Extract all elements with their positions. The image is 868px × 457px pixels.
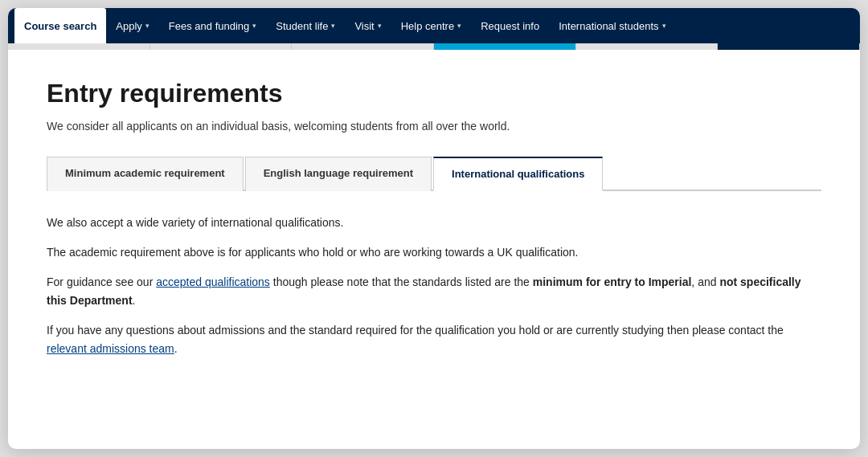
- main-content: Entry requirements We consider all appli…: [8, 50, 860, 402]
- progress-seg-3: [292, 43, 434, 50]
- progress-strip: [8, 43, 860, 50]
- para-3: For guidance see our accepted qualificat…: [47, 273, 821, 310]
- chevron-icon: ▾: [145, 22, 149, 30]
- chevron-icon: ▾: [378, 22, 382, 30]
- progress-seg-4: [434, 43, 576, 50]
- progress-seg-6: [718, 43, 860, 50]
- page-subtitle: We consider all applicants on an individ…: [47, 120, 821, 133]
- tab-international-qualifications[interactable]: International qualifications: [433, 157, 603, 191]
- para-4: If you have any questions about admissio…: [47, 321, 821, 358]
- nav-visit[interactable]: Visit ▾: [345, 8, 391, 43]
- chevron-icon: ▾: [662, 22, 666, 30]
- nav-student-life[interactable]: Student life ▾: [266, 8, 345, 43]
- nav-help-centre[interactable]: Help centre ▾: [391, 8, 471, 43]
- body-content: We also accept a wide variety of interna…: [47, 214, 821, 359]
- nav-apply[interactable]: Apply ▾: [106, 8, 159, 43]
- nav-request-info[interactable]: Request info: [471, 8, 549, 43]
- progress-seg-2: [150, 43, 293, 50]
- window: Course search Apply ▾ Fees and funding ▾…: [8, 8, 860, 449]
- chevron-icon: ▾: [457, 22, 461, 30]
- progress-seg-5: [576, 43, 719, 50]
- nav-fees-funding[interactable]: Fees and funding ▾: [159, 8, 266, 43]
- accepted-qualifications-link[interactable]: accepted qualifications: [156, 275, 270, 288]
- tab-minimum-academic[interactable]: Minimum academic requirement: [47, 157, 244, 191]
- navbar: Course search Apply ▾ Fees and funding ▾…: [8, 8, 860, 43]
- para-2: The academic requirement above is for ap…: [47, 243, 821, 262]
- tab-english-language[interactable]: English language requirement: [245, 157, 432, 191]
- tabs-container: Minimum academic requirement English lan…: [47, 155, 821, 191]
- page-title: Entry requirements: [47, 79, 821, 108]
- chevron-icon: ▾: [252, 22, 256, 30]
- progress-seg-1: [8, 43, 150, 50]
- nav-course-search[interactable]: Course search: [14, 8, 106, 43]
- nav-international-students[interactable]: International students ▾: [549, 8, 675, 43]
- admissions-team-link[interactable]: relevant admissions team: [47, 342, 174, 355]
- chevron-icon: ▾: [331, 22, 335, 30]
- para-1: We also accept a wide variety of interna…: [47, 214, 821, 232]
